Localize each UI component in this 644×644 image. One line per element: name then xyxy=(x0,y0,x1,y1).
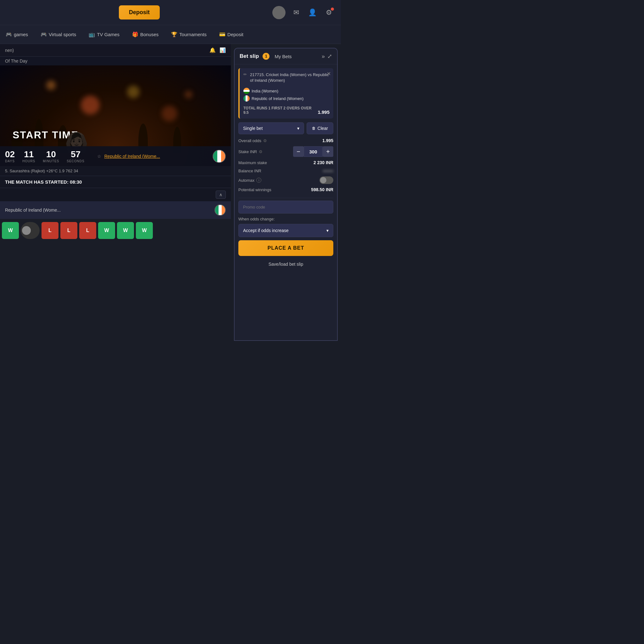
bet-slip-header: Bet slip 1 My Bets » ⤢ xyxy=(235,48,337,64)
overall-odds-value: 1.995 xyxy=(322,138,333,143)
team2-label: Republic of Ireland (Women) xyxy=(252,96,303,101)
bell-icon[interactable]: 🔔 xyxy=(209,47,216,53)
chart-icon[interactable]: 📊 xyxy=(219,47,226,53)
collapse-button[interactable]: ∧ xyxy=(216,191,226,199)
bet-slip-expand-icon[interactable]: » xyxy=(322,53,325,60)
sidebar-item-games[interactable]: 🎮 games xyxy=(3,30,31,39)
stake-increase-button[interactable]: + xyxy=(323,146,333,157)
notification-dot xyxy=(331,8,334,11)
overall-odds-row: Overall odds ⚙ 1.995 xyxy=(238,138,333,143)
bet-slip-fullscreen-icon[interactable]: ⤢ xyxy=(327,53,332,60)
bottom-team-name: Republic of Ireland (Wome... xyxy=(5,208,61,213)
automax-toggle[interactable] xyxy=(319,176,333,184)
match-subtitle: Of The Day xyxy=(0,57,231,65)
bonuses-icon: 🎁 xyxy=(132,31,138,37)
odds-change-select[interactable]: Accept if odds increase ▾ xyxy=(238,224,333,237)
bet-type-select[interactable]: Single bet ▾ xyxy=(238,122,304,134)
bokeh-1 xyxy=(81,96,100,114)
promo-code-input[interactable] xyxy=(238,201,333,214)
clear-button[interactable]: 🗑 Clear xyxy=(307,122,333,134)
automax-row: Automax i xyxy=(238,176,333,184)
overall-odds-label: Overall odds ⚙ xyxy=(238,138,267,143)
potential-value: 598.50 INR xyxy=(311,187,333,192)
minutes-unit: 10 MINUTES xyxy=(43,149,59,163)
bet-team-1: India (Women) xyxy=(243,88,330,94)
sidebar-item-virtual-sports[interactable]: 🎮 Virtual sports xyxy=(38,30,79,39)
chevron-odds-icon: ▾ xyxy=(326,228,329,233)
stake-controls: − + xyxy=(293,146,333,157)
results-row: W L L L W W W xyxy=(0,219,231,242)
nav-label-bonuses: Bonuses xyxy=(140,32,158,37)
sidebar-item-bonuses[interactable]: 🎁 Bonuses xyxy=(130,30,161,39)
stake-decrease-button[interactable]: − xyxy=(293,146,304,157)
result-l-2[interactable]: L xyxy=(60,222,77,239)
header: Deposit ✉ 👤 ⚙ xyxy=(0,0,341,25)
max-stake-row: Maximum stake 2 230 INR xyxy=(238,160,333,165)
stake-input[interactable] xyxy=(304,146,323,157)
place-bet-button[interactable]: PLACE A BET xyxy=(238,240,333,256)
seconds-unit: 57 SECONDS xyxy=(67,149,84,163)
balance-value: ●●●● xyxy=(323,168,333,173)
edit-icon[interactable]: ✏ xyxy=(243,72,247,77)
automax-label: Automax i xyxy=(238,178,261,183)
save-load-button[interactable]: Save/load bet slip xyxy=(238,258,333,270)
hours-label: HOURS xyxy=(22,159,35,163)
bet-match-name: 217715. Cricket India (Women) vs Republi… xyxy=(250,72,330,83)
max-stake-label: Maximum stake xyxy=(238,160,267,165)
bet-slip-scroll[interactable]: ✕ ✏ 217715. Cricket India (Women) vs Rep… xyxy=(235,64,337,340)
stake-gear-icon[interactable]: ⚙ xyxy=(259,149,263,154)
sidebar-item-tv-games[interactable]: 📺 TV Games xyxy=(86,30,122,39)
bet-slip-badge: 1 xyxy=(263,53,269,60)
team-label[interactable]: Republic of Ireland (Wome... xyxy=(104,154,160,159)
minutes-value: 10 xyxy=(43,149,59,159)
bottom-flag xyxy=(214,204,226,216)
result-w-3[interactable]: W xyxy=(117,222,134,239)
result-w-4[interactable]: W xyxy=(136,222,153,239)
result-toggle[interactable] xyxy=(21,222,40,239)
max-stake-value: 2 230 INR xyxy=(314,160,333,165)
bet-item: ✕ ✏ 217715. Cricket India (Women) vs Rep… xyxy=(238,68,333,119)
seconds-value: 57 xyxy=(67,149,84,159)
match-started-banner: THE MATCH HAS STARTED: 08:30 xyxy=(0,176,231,188)
bet-type-row: Single bet ▾ 🗑 Clear xyxy=(238,122,333,134)
weather-location: 5. Saurashtra (Rajkot) +26°C 1.9 762 34 xyxy=(5,169,78,173)
result-l-1[interactable]: L xyxy=(42,222,58,239)
ireland-flag xyxy=(213,150,226,163)
hours-value: 11 xyxy=(22,149,35,159)
avatar xyxy=(272,6,286,19)
potential-winnings-row: Potential winnings 598.50 INR xyxy=(238,187,333,192)
sidebar-item-tournaments[interactable]: 🏆 Tournaments xyxy=(169,30,209,39)
nav-label-tournaments: Tournaments xyxy=(179,32,207,37)
user-icon[interactable]: 👤 xyxy=(307,7,318,18)
sidebar-item-deposit[interactable]: 💳 Deposit xyxy=(217,30,246,39)
deposit-nav-icon: 💳 xyxy=(219,31,225,37)
header-icons: ✉ 👤 ⚙ xyxy=(272,6,335,19)
timer-units: 02 DAYS 11 HOURS 10 MINUTES 57 SECONDS xyxy=(5,149,85,163)
result-w-1[interactable]: W xyxy=(2,222,19,239)
result-l-3[interactable]: L xyxy=(79,222,96,239)
overall-odds-gear-icon[interactable]: ⚙ xyxy=(263,138,267,143)
nav-label-virtual: Virtual sports xyxy=(49,32,76,37)
seconds-label: SECONDS xyxy=(67,159,84,163)
stats-section: Overall odds ⚙ 1.995 Stake INR ⚙ − xyxy=(238,138,333,195)
automax-info-icon[interactable]: i xyxy=(256,178,261,183)
hours-unit: 11 HOURS xyxy=(22,149,35,163)
my-bets-tab[interactable]: My Bets xyxy=(275,54,291,59)
match-header: nen) 🔔 📊 xyxy=(0,44,231,57)
deposit-button[interactable]: Deposit xyxy=(119,5,160,19)
bet-controls: Single bet ▾ 🗑 Clear Overall odds ⚙ xyxy=(235,122,337,272)
result-w-2[interactable]: W xyxy=(98,222,115,239)
close-bet-icon[interactable]: ✕ xyxy=(327,71,331,77)
bet-market: TOTAL RUNS 1 FIRST 2 OVERS OVER 9.5 xyxy=(243,106,318,115)
bet-slip-title: Bet slip xyxy=(240,53,259,59)
bet-slip-panel: Bet slip 1 My Bets » ⤢ ✕ ✏ 217715. Crick… xyxy=(234,48,338,341)
bokeh-3 xyxy=(162,106,177,121)
bottom-match-bar: Republic of Ireland (Wome... xyxy=(0,201,231,219)
toggle-knob xyxy=(22,226,31,235)
balance-row: Balance INR ●●●● xyxy=(238,168,333,173)
settings-icon[interactable]: ⚙ xyxy=(323,7,335,18)
nav-bar: 🎮 games 🎮 Virtual sports 📺 TV Games 🎁 Bo… xyxy=(0,25,341,44)
stake-row: Stake INR ⚙ − + xyxy=(238,146,333,157)
mail-icon[interactable]: ✉ xyxy=(291,7,302,18)
tv-games-icon: 📺 xyxy=(89,31,95,37)
